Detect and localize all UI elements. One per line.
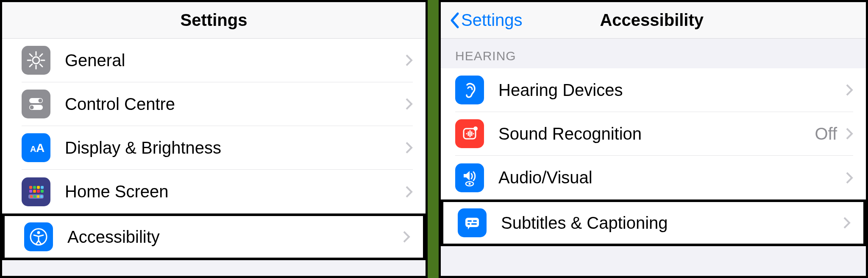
row-home-screen[interactable]: Home Screen <box>2 170 426 213</box>
settings-panel: Settings General Control Centre <box>0 0 428 278</box>
switches-icon <box>22 90 50 118</box>
svg-text:A: A <box>36 141 45 154</box>
row-label: Control Centre <box>65 95 405 114</box>
text-size-icon: AA <box>22 133 50 162</box>
chevron-right-icon <box>843 216 851 229</box>
row-hearing-devices[interactable]: Hearing Devices <box>441 68 866 112</box>
row-label: Display & Brightness <box>65 138 405 157</box>
ear-icon <box>455 76 484 104</box>
svg-rect-10 <box>41 186 44 189</box>
svg-rect-29 <box>467 223 470 225</box>
chevron-right-icon <box>846 84 853 96</box>
chevron-left-icon <box>449 12 459 29</box>
svg-rect-14 <box>41 190 44 193</box>
svg-rect-28 <box>473 220 477 222</box>
accessibility-panel: Settings Accessibility HEARING Hearing D… <box>439 0 868 278</box>
back-button[interactable]: Settings <box>449 11 523 30</box>
svg-rect-11 <box>29 190 32 193</box>
svg-rect-17 <box>33 195 36 198</box>
svg-rect-27 <box>467 220 472 222</box>
row-label: General <box>65 51 405 70</box>
chevron-right-icon <box>405 141 413 154</box>
svg-rect-13 <box>37 190 40 193</box>
svg-text:A: A <box>30 144 36 154</box>
home-screen-icon <box>22 177 50 206</box>
row-accessibility[interactable]: Accessibility <box>2 213 426 260</box>
settings-header: Settings <box>2 2 426 39</box>
row-general[interactable]: General <box>2 39 426 82</box>
chevron-right-icon <box>405 98 413 110</box>
svg-point-23 <box>473 126 478 131</box>
hearing-list: Hearing Devices Sound Recognition Off Au… <box>441 68 866 246</box>
chevron-right-icon <box>405 185 413 198</box>
sound-recognition-icon <box>455 119 484 148</box>
row-control-centre[interactable]: Control Centre <box>2 82 426 126</box>
back-label: Settings <box>461 11 523 30</box>
svg-rect-26 <box>465 218 479 227</box>
svg-rect-9 <box>37 186 40 189</box>
accessibility-header: Settings Accessibility <box>441 2 866 39</box>
row-subtitles-captioning[interactable]: Subtitles & Captioning <box>441 199 866 246</box>
accessibility-icon <box>24 222 53 251</box>
svg-point-0 <box>33 57 39 64</box>
row-label: Sound Recognition <box>498 124 815 143</box>
settings-title: Settings <box>11 11 417 30</box>
chevron-right-icon <box>846 171 853 184</box>
row-label: Home Screen <box>65 182 405 201</box>
row-sound-recognition[interactable]: Sound Recognition Off <box>441 112 866 156</box>
svg-point-2 <box>39 99 42 103</box>
settings-list: General Control Centre AA Display & Brig… <box>2 39 426 260</box>
row-display-brightness[interactable]: AA Display & Brightness <box>2 126 426 170</box>
svg-point-25 <box>469 183 471 185</box>
row-value: Off <box>815 124 837 143</box>
section-header-hearing: HEARING <box>441 39 866 68</box>
chevron-right-icon <box>405 54 413 67</box>
chevron-right-icon <box>846 127 853 140</box>
svg-rect-16 <box>30 195 33 198</box>
chevron-right-icon <box>403 230 410 243</box>
svg-rect-8 <box>33 186 36 189</box>
svg-rect-12 <box>33 190 36 193</box>
section-header-text: HEARING <box>455 49 851 63</box>
row-label: Subtitles & Captioning <box>501 213 843 233</box>
row-label: Accessibility <box>67 227 403 247</box>
svg-point-4 <box>30 106 34 110</box>
svg-rect-7 <box>29 186 32 189</box>
svg-point-21 <box>37 231 40 234</box>
gear-icon <box>22 46 50 75</box>
svg-rect-18 <box>37 195 39 198</box>
svg-rect-30 <box>471 223 477 225</box>
row-audio-visual[interactable]: Audio/Visual <box>441 156 866 199</box>
row-label: Hearing Devices <box>498 81 846 100</box>
row-label: Audio/Visual <box>498 168 846 187</box>
subtitles-icon <box>458 208 487 237</box>
svg-rect-19 <box>40 195 43 198</box>
audio-visual-icon <box>455 163 484 192</box>
